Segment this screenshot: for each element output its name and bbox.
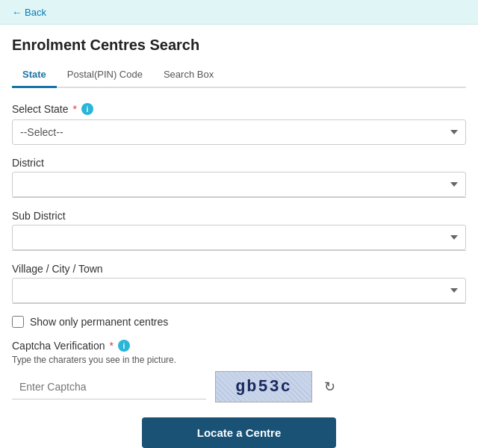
locate-centre-button[interactable]: Locate a Centre xyxy=(142,417,336,448)
back-link[interactable]: ← Back xyxy=(12,7,46,18)
select-state-dropdown[interactable]: --Select-- xyxy=(12,119,466,145)
permanent-centres-row: Show only permanent centres xyxy=(12,316,466,328)
captcha-input[interactable] xyxy=(12,375,206,399)
sub-district-dropdown[interactable] xyxy=(12,225,466,250)
district-label: District xyxy=(12,157,466,169)
permanent-centres-checkbox[interactable] xyxy=(12,316,24,328)
tab-state[interactable]: State xyxy=(12,63,57,88)
captcha-info-icon[interactable]: i xyxy=(118,340,130,352)
select-state-label-row: Select State * i xyxy=(12,103,466,115)
tab-postal[interactable]: Postal(PIN) Code xyxy=(57,63,153,88)
captcha-text: gb53c xyxy=(235,378,292,396)
refresh-captcha-icon[interactable]: ↻ xyxy=(321,376,338,398)
captcha-label-row: Captcha Verification * i xyxy=(12,340,466,352)
captcha-required: * xyxy=(110,340,114,352)
captcha-group: Captcha Verification * i Type the charat… xyxy=(12,340,466,402)
select-state-required: * xyxy=(73,103,77,115)
sub-district-group: Sub District xyxy=(12,210,466,251)
village-label: Village / City / Town xyxy=(12,263,466,275)
captcha-row: gb53c ↻ xyxy=(12,371,466,402)
village-dropdown-row: Village / City / Town xyxy=(12,263,466,304)
district-dropdown[interactable] xyxy=(12,172,466,197)
captcha-image: gb53c xyxy=(215,371,312,402)
page-title: Enrolment Centres Search xyxy=(12,37,466,54)
select-state-group: Select State * i --Select-- xyxy=(12,103,466,145)
back-bar: ← Back xyxy=(0,0,478,25)
sub-district-dropdown-row: Sub District xyxy=(12,210,466,251)
select-state-info-icon[interactable]: i xyxy=(81,103,93,115)
back-arrow: ← xyxy=(12,7,22,18)
village-dropdown[interactable] xyxy=(12,278,466,303)
select-state-label: Select State xyxy=(12,103,69,115)
back-label: Back xyxy=(25,7,46,18)
captcha-label: Captcha Verification xyxy=(12,340,105,352)
main-content: Select State * i --Select-- District Sub… xyxy=(0,88,478,448)
tab-searchbox[interactable]: Search Box xyxy=(153,63,224,88)
district-group: District xyxy=(12,157,466,198)
permanent-centres-label[interactable]: Show only permanent centres xyxy=(30,316,168,328)
captcha-hint: Type the charaters you see in the pictur… xyxy=(12,355,466,365)
village-group: Village / City / Town xyxy=(12,263,466,304)
district-dropdown-row: District xyxy=(12,157,466,198)
sub-district-label: Sub District xyxy=(12,210,466,222)
page-header: Enrolment Centres Search State Postal(PI… xyxy=(0,25,478,88)
tabs: State Postal(PIN) Code Search Box xyxy=(12,63,466,88)
